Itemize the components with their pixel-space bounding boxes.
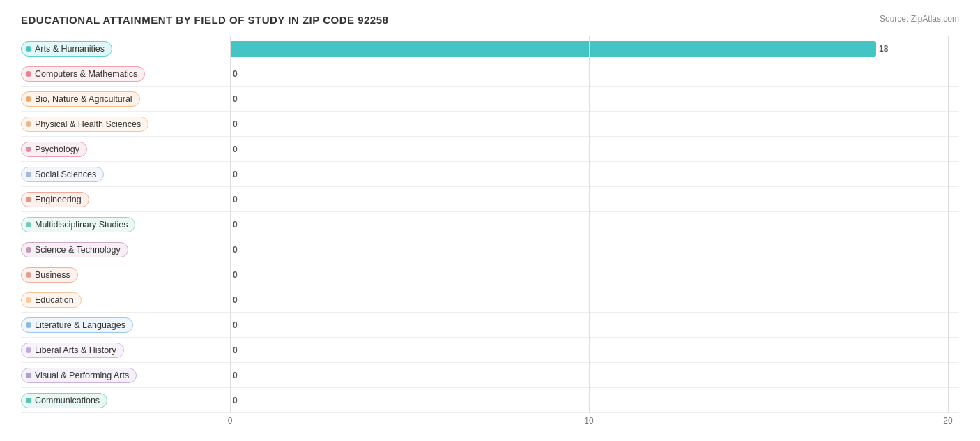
- bar-value: 0: [233, 270, 238, 280]
- chart-title: EDUCATIONAL ATTAINMENT BY FIELD OF STUDY…: [21, 14, 388, 26]
- pill-dot: [26, 46, 31, 52]
- bar-value: 0: [233, 69, 238, 79]
- x-axis-label: 0: [228, 416, 233, 426]
- label-pill: Education: [21, 292, 82, 308]
- chart-row: Computers & Mathematics0: [21, 61, 959, 87]
- bar-label-text: Liberal Arts & History: [35, 345, 116, 355]
- label-pill: Social Sciences: [21, 167, 104, 182]
- pill-dot: [26, 247, 31, 253]
- bar-area: 0: [230, 112, 959, 136]
- bar-label-container: Science & Technology: [21, 242, 230, 257]
- label-pill: Engineering: [21, 192, 89, 207]
- label-pill: Literature & Languages: [21, 317, 133, 333]
- bar-value: 0: [233, 371, 238, 380]
- chart-row: Education0: [21, 287, 959, 313]
- chart-row: Arts & Humanities18: [21, 36, 959, 61]
- x-axis-label: 10: [584, 416, 593, 426]
- chart-body: Arts & Humanities18Computers & Mathemati…: [21, 36, 959, 413]
- bar-label-container: Bio, Nature & Agricultural: [21, 91, 230, 107]
- bar-value: 0: [233, 144, 238, 154]
- bar-value: 0: [233, 195, 238, 204]
- bar-value: 0: [233, 220, 238, 230]
- label-pill: Arts & Humanities: [21, 41, 112, 57]
- label-pill: Multidisciplinary Studies: [21, 217, 135, 232]
- source-label: Source: ZipAtlas.com: [880, 14, 959, 24]
- bar-area: 0: [230, 137, 959, 161]
- bar-area: 0: [230, 212, 959, 237]
- bar-label-container: Physical & Health Sciences: [21, 117, 230, 132]
- bar-label-text: Literature & Languages: [35, 320, 125, 330]
- bar-area: 0: [230, 61, 959, 86]
- chart-row: Physical & Health Sciences0: [21, 112, 959, 137]
- bar-label-text: Psychology: [35, 144, 79, 154]
- bar-label-container: Education: [21, 292, 230, 308]
- bar-label-container: Literature & Languages: [21, 317, 230, 333]
- chart-row: Liberal Arts & History0: [21, 338, 959, 363]
- bar-area: 0: [230, 363, 959, 387]
- pill-dot: [26, 121, 31, 127]
- bar-label-text: Visual & Performing Arts: [35, 371, 129, 380]
- bar-label-text: Social Sciences: [35, 170, 96, 179]
- bar-label-text: Communications: [35, 396, 100, 405]
- bar-label-container: Liberal Arts & History: [21, 343, 230, 358]
- pill-dot: [26, 222, 31, 227]
- bar-value: 0: [233, 170, 238, 179]
- bar-value: 0: [233, 320, 238, 330]
- bar-label-container: Engineering: [21, 192, 230, 207]
- pill-dot: [26, 172, 31, 177]
- x-axis: 01020: [230, 416, 959, 430]
- label-pill: Bio, Nature & Agricultural: [21, 91, 140, 107]
- chart-container: EDUCATIONAL ATTAINMENT BY FIELD OF STUDY…: [21, 14, 959, 430]
- bar-label-container: Arts & Humanities: [21, 41, 230, 57]
- chart-row: Engineering0: [21, 187, 959, 212]
- bar: [230, 41, 876, 57]
- bar-label-container: Communications: [21, 393, 230, 408]
- pill-dot: [26, 398, 31, 403]
- bar-label-text: Arts & Humanities: [35, 44, 105, 54]
- bar-label-container: Business: [21, 267, 230, 283]
- bar-label-text: Engineering: [35, 195, 82, 204]
- bar-value: 0: [233, 94, 238, 104]
- label-pill: Communications: [21, 393, 107, 408]
- bar-label-container: Visual & Performing Arts: [21, 368, 230, 383]
- label-pill: Liberal Arts & History: [21, 343, 124, 358]
- chart-row: Business0: [21, 262, 959, 287]
- pill-dot: [26, 347, 31, 353]
- bar-value: 0: [233, 396, 238, 405]
- label-pill: Science & Technology: [21, 242, 128, 257]
- chart-row: Communications0: [21, 388, 959, 413]
- bar-label-text: Bio, Nature & Agricultural: [35, 94, 132, 104]
- bar-area: 18: [230, 36, 959, 61]
- bar-value: 0: [233, 119, 238, 129]
- bar-area: 0: [230, 388, 959, 412]
- label-pill: Visual & Performing Arts: [21, 368, 137, 383]
- bar-area: 0: [230, 313, 959, 337]
- chart-row: Visual & Performing Arts0: [21, 363, 959, 388]
- chart-row: Psychology0: [21, 137, 959, 162]
- label-pill: Psychology: [21, 142, 87, 157]
- bar-area: 0: [230, 287, 959, 312]
- bar-label-text: Multidisciplinary Studies: [35, 220, 128, 230]
- chart-row: Social Sciences0: [21, 162, 959, 187]
- bar-value: 0: [233, 295, 238, 305]
- bar-area: 0: [230, 187, 959, 211]
- x-axis-label: 20: [943, 416, 952, 426]
- pill-dot: [26, 147, 31, 152]
- bar-value: 0: [233, 345, 238, 355]
- pill-dot: [26, 197, 31, 202]
- bar-label-text: Computers & Mathematics: [35, 69, 137, 79]
- pill-dot: [26, 272, 31, 278]
- pill-dot: [26, 297, 31, 303]
- pill-dot: [26, 322, 31, 328]
- pill-dot: [26, 373, 31, 378]
- pill-dot: [26, 96, 31, 102]
- bar-value: 18: [879, 44, 888, 54]
- bar-label-text: Education: [35, 295, 74, 305]
- bar-area: 0: [230, 87, 959, 111]
- chart-row: Multidisciplinary Studies0: [21, 212, 959, 237]
- pill-dot: [26, 71, 31, 77]
- label-pill: Physical & Health Sciences: [21, 117, 148, 132]
- bar-value: 0: [233, 245, 238, 255]
- bar-area: 0: [230, 338, 959, 362]
- bar-label-container: Psychology: [21, 142, 230, 157]
